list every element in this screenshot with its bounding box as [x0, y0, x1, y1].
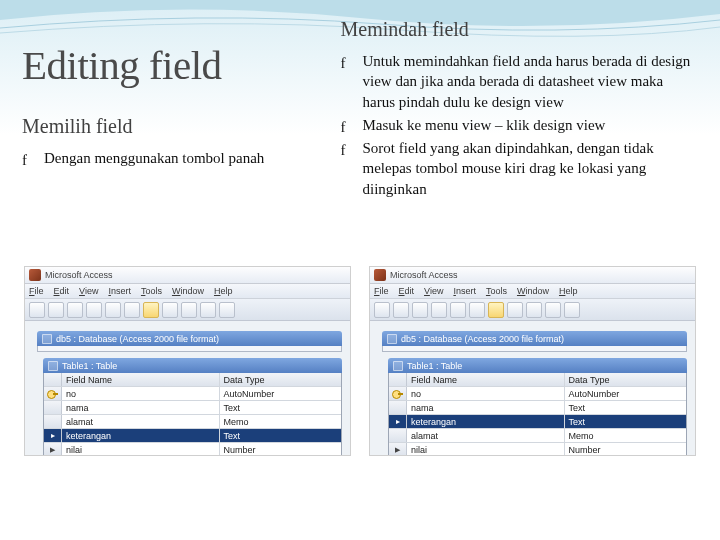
col-data-type: Data Type [565, 373, 686, 386]
toolbar-button[interactable] [124, 302, 140, 318]
field-row[interactable]: nilai Number [44, 443, 341, 456]
toolbar-button[interactable] [564, 302, 580, 318]
menubar: File Edit View Insert Tools Window Help [370, 284, 695, 299]
col-field-name: Field Name [62, 373, 220, 386]
toolbar-button[interactable] [86, 302, 102, 318]
toolbar-button[interactable] [450, 302, 466, 318]
access-app-icon [374, 269, 386, 281]
toolbar-button[interactable] [143, 302, 159, 318]
toolbar-button[interactable] [181, 302, 197, 318]
main-title: Editing field [22, 44, 327, 87]
row-selector-icon [44, 429, 62, 442]
toolbar-button[interactable] [526, 302, 542, 318]
left-subtitle: Memilih field [22, 115, 327, 138]
current-row-icon [389, 443, 407, 456]
menu-edit[interactable]: Edit [399, 286, 415, 296]
left-bullet-list: Dengan menggunakan tombol panah [22, 148, 327, 168]
right-subtitle: Memindah field [341, 18, 698, 41]
right-bullet-1: Masuk ke menu view – klik design view [341, 115, 698, 135]
toolbar [370, 299, 695, 321]
toolbar-button[interactable] [488, 302, 504, 318]
field-row[interactable]: alamat Memo [389, 429, 686, 443]
right-bullet-2: Sorot field yang akan dipindahkan, denga… [341, 138, 698, 199]
toolbar-button[interactable] [545, 302, 561, 318]
primary-key-icon [389, 387, 407, 400]
toolbar-button[interactable] [412, 302, 428, 318]
database-window: db5 : Database (Access 2000 file format) [37, 331, 342, 352]
table-design-window: Table1 : Table Field Name Data Type no A… [388, 358, 687, 456]
menu-view[interactable]: View [424, 286, 443, 296]
menubar: File Edit View Insert Tools Window Help [25, 284, 350, 299]
db-title: db5 : Database (Access 2000 file format) [56, 334, 219, 344]
field-row[interactable]: nama Text [389, 401, 686, 415]
screenshot-left: Microsoft Access File Edit View Insert T… [24, 266, 351, 456]
toolbar-button[interactable] [507, 302, 523, 318]
field-row-selected[interactable]: keterangan Text [389, 415, 686, 429]
toolbar-button[interactable] [219, 302, 235, 318]
field-row[interactable]: alamat Memo [44, 415, 341, 429]
menu-tools[interactable]: Tools [141, 286, 162, 296]
toolbar-button[interactable] [431, 302, 447, 318]
menu-edit[interactable]: Edit [54, 286, 70, 296]
menu-help[interactable]: Help [559, 286, 578, 296]
toolbar-button[interactable] [29, 302, 45, 318]
db-icon [387, 334, 397, 344]
menu-window[interactable]: Window [172, 286, 204, 296]
field-row[interactable]: nama Text [44, 401, 341, 415]
app-title: Microsoft Access [45, 270, 113, 280]
col-field-name: Field Name [407, 373, 565, 386]
field-row[interactable]: no AutoNumber [44, 387, 341, 401]
toolbar [25, 299, 350, 321]
screenshot-right: Microsoft Access File Edit View Insert T… [369, 266, 696, 456]
app-title: Microsoft Access [390, 270, 458, 280]
left-bullet-0: Dengan menggunakan tombol panah [22, 148, 327, 168]
window-titlebar: Microsoft Access [370, 267, 695, 284]
toolbar-button[interactable] [200, 302, 216, 318]
toolbar-button[interactable] [469, 302, 485, 318]
current-row-icon [44, 443, 62, 456]
db-title: db5 : Database (Access 2000 file format) [401, 334, 564, 344]
menu-insert[interactable]: Insert [453, 286, 476, 296]
toolbar-button[interactable] [393, 302, 409, 318]
primary-key-icon [44, 387, 62, 400]
menu-help[interactable]: Help [214, 286, 233, 296]
table-design-window: Table1 : Table Field Name Data Type no A… [43, 358, 342, 456]
window-titlebar: Microsoft Access [25, 267, 350, 284]
menu-window[interactable]: Window [517, 286, 549, 296]
table-title: Table1 : Table [62, 361, 117, 371]
menu-file[interactable]: File [29, 286, 44, 296]
table-title: Table1 : Table [407, 361, 462, 371]
menu-file[interactable]: File [374, 286, 389, 296]
toolbar-button[interactable] [105, 302, 121, 318]
row-selector-icon [389, 415, 407, 428]
right-bullet-0: Untuk memindahkan field anda harus berad… [341, 51, 698, 112]
access-app-icon [29, 269, 41, 281]
menu-tools[interactable]: Tools [486, 286, 507, 296]
table-icon [48, 361, 58, 371]
table-icon [393, 361, 403, 371]
toolbar-button[interactable] [374, 302, 390, 318]
field-row-selected[interactable]: keterangan Text [44, 429, 341, 443]
menu-insert[interactable]: Insert [108, 286, 131, 296]
field-row[interactable]: nilai Number [389, 443, 686, 456]
col-data-type: Data Type [220, 373, 341, 386]
field-grid: Field Name Data Type no AutoNumber nama … [43, 373, 342, 456]
database-window: db5 : Database (Access 2000 file format) [382, 331, 687, 352]
field-grid: Field Name Data Type no AutoNumber nama … [388, 373, 687, 456]
toolbar-button[interactable] [162, 302, 178, 318]
right-bullet-list: Untuk memindahkan field anda harus berad… [341, 51, 698, 199]
menu-view[interactable]: View [79, 286, 98, 296]
toolbar-button[interactable] [48, 302, 64, 318]
toolbar-button[interactable] [67, 302, 83, 318]
db-icon [42, 334, 52, 344]
field-row[interactable]: no AutoNumber [389, 387, 686, 401]
